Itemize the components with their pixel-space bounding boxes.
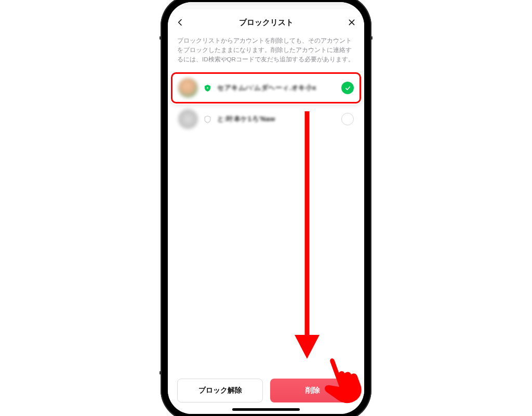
check-icon xyxy=(344,85,351,92)
contact-name: と:叶本ケ1ろ'Naw xyxy=(217,114,335,124)
checkbox[interactable] xyxy=(341,82,354,94)
header: ブロックリスト xyxy=(168,9,364,35)
list-item[interactable]: と:叶本ケ1ろ'Naw xyxy=(168,103,364,135)
footer-actions: ブロック解除 削除 xyxy=(168,371,364,414)
back-button[interactable] xyxy=(170,12,191,33)
button-label: ブロック解除 xyxy=(198,386,242,395)
close-icon xyxy=(348,18,356,27)
checkbox[interactable] xyxy=(341,113,354,125)
contacts-list: セアキムハ'ムダヘーィ.オキ小x と:叶本ケ1ろ'Naw xyxy=(168,69,364,135)
screen: ブロックリスト ブロックリストからアカウントを削除しても、そのアカウントをブロッ… xyxy=(168,2,364,414)
avatar xyxy=(178,109,198,129)
unblock-button[interactable]: ブロック解除 xyxy=(177,379,263,402)
phone-frame: ブロックリスト ブロックリストからアカウントを削除しても、そのアカウントをブロッ… xyxy=(161,0,371,416)
description-text: ブロックリストからアカウントを削除しても、そのアカウントをブロックしたままになり… xyxy=(168,35,364,67)
contact-name: セアキムハ'ムダヘーィ.オキ小x xyxy=(217,83,335,93)
home-indicator xyxy=(232,408,300,411)
avatar xyxy=(178,78,198,98)
close-button[interactable] xyxy=(341,12,362,33)
delete-button[interactable]: 削除 xyxy=(270,379,355,402)
button-label: 削除 xyxy=(305,386,320,395)
shield-verified-icon xyxy=(204,84,211,92)
chevron-left-icon xyxy=(176,18,184,27)
page-title: ブロックリスト xyxy=(239,18,294,28)
shield-icon xyxy=(204,115,211,123)
modal-card: ブロックリスト ブロックリストからアカウントを削除しても、そのアカウントをブロッ… xyxy=(168,9,364,414)
list-item[interactable]: セアキムハ'ムダヘーィ.オキ小x xyxy=(168,72,364,103)
